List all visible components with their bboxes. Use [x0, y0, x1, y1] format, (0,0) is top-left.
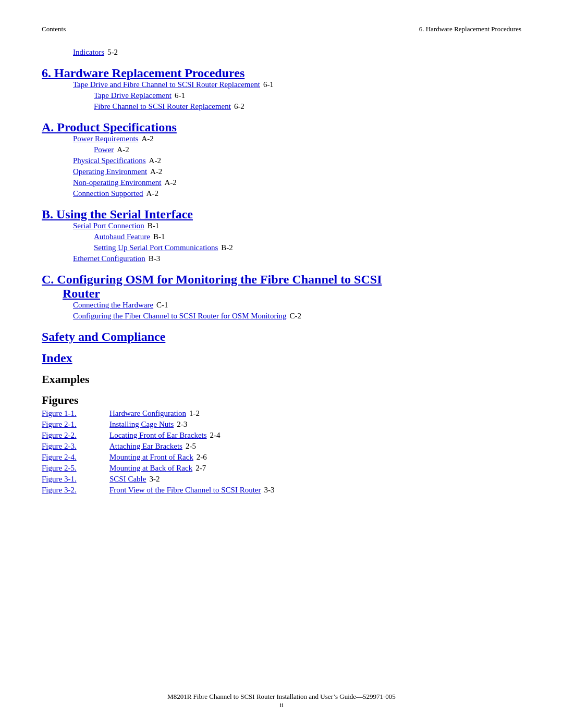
sB-item4: Ethernet Configuration B-3: [42, 254, 521, 263]
section6-heading-link[interactable]: 6. Hardware Replacement Procedures: [42, 66, 244, 80]
figure-page-2: 2-4: [210, 431, 221, 440]
header: Contents 6. Hardware Replacement Procedu…: [42, 25, 521, 33]
sA-item2-link[interactable]: Power: [94, 145, 114, 154]
index-heading-link[interactable]: Index: [42, 351, 72, 365]
figure-row-0: Figure 1-1.Hardware Configuration1-2: [42, 409, 521, 418]
sC-item1-link[interactable]: Connecting the Hardware: [73, 301, 153, 310]
figure-page-7: 3-3: [264, 486, 274, 495]
sA-item4: Operating Environment A-2: [42, 167, 521, 176]
sA-item1-link[interactable]: Power Requirements: [73, 134, 138, 143]
footer-text: M8201R Fibre Channel to SCSI Router Inst…: [167, 693, 396, 700]
footer: M8201R Fibre Channel to SCSI Router Inst…: [0, 693, 563, 709]
figure-label-2[interactable]: Figure 2-2.: [42, 431, 109, 440]
sectionB-heading-link[interactable]: B. Using the Serial Interface: [42, 207, 193, 221]
sectionC-heading: C. Configuring OSM for Monitoring the Fi…: [42, 273, 521, 301]
sectionC-line2: Router: [42, 287, 100, 300]
figure-title-4[interactable]: Mounting at Front of Rack: [109, 453, 193, 462]
section6-heading: 6. Hardware Replacement Procedures: [42, 66, 521, 80]
sA-item3-link[interactable]: Physical Specifications: [73, 156, 146, 165]
examples-heading: Examples: [42, 373, 521, 386]
figure-label-5[interactable]: Figure 2-5.: [42, 464, 109, 473]
figure-page-0: 1-2: [189, 409, 200, 418]
sA-item4-link[interactable]: Operating Environment: [73, 167, 147, 176]
figure-title-3[interactable]: Attaching Ear Brackets: [109, 442, 182, 451]
figures-heading: Figures: [42, 393, 521, 407]
sB-item1-link[interactable]: Serial Port Connection: [73, 221, 144, 230]
sectionC-heading-link[interactable]: C. Configuring OSM for Monitoring the Fi…: [42, 273, 382, 300]
examples-heading-text: Examples: [42, 373, 90, 386]
figure-label-7[interactable]: Figure 3-2.: [42, 486, 109, 495]
sB-item2: Autobaud Feature B-1: [42, 232, 521, 241]
figure-row-1: Figure 2-1.Installing Cage Nuts2-3: [42, 420, 521, 429]
sA-item2: Power A-2: [42, 145, 521, 154]
sectionA-heading: A. Product Specifications: [42, 120, 521, 134]
sB-item2-link[interactable]: Autobaud Feature: [94, 232, 150, 241]
indicators-line: Indicators 5-2: [42, 48, 521, 57]
figure-label-4[interactable]: Figure 2-4.: [42, 453, 109, 462]
figure-title-0[interactable]: Hardware Configuration: [109, 409, 186, 418]
figures-heading-text: Figures: [42, 393, 78, 406]
sA-item5-link[interactable]: Non-operating Environment: [73, 178, 162, 187]
figure-label-0[interactable]: Figure 1-1.: [42, 409, 109, 418]
header-right: 6. Hardware Replacement Procedures: [419, 25, 521, 33]
sectionA-heading-link[interactable]: A. Product Specifications: [42, 120, 177, 134]
sB-item3-link[interactable]: Setting Up Serial Port Communications: [94, 243, 218, 252]
s6-item3-link[interactable]: Fibre Channel to SCSI Router Replacement: [94, 102, 231, 111]
figure-page-4: 2-6: [197, 453, 207, 462]
sB-item3: Setting Up Serial Port Communications B-…: [42, 243, 521, 252]
figure-row-3: Figure 2-3.Attaching Ear Brackets2-5: [42, 442, 521, 451]
sA-item6: Connection Supported A-2: [42, 189, 521, 198]
s6-item3: Fibre Channel to SCSI Router Replacement…: [42, 102, 521, 111]
sC-item2-link[interactable]: Configuring the Fiber Channel to SCSI Ro…: [73, 312, 287, 320]
sB-item4-link[interactable]: Ethernet Configuration: [73, 254, 145, 263]
s6-item2-link[interactable]: Tape Drive Replacement: [94, 91, 172, 100]
figure-page-5: 2-7: [195, 464, 206, 473]
sC-item2: Configuring the Fiber Channel to SCSI Ro…: [42, 312, 521, 320]
figures-table: Figure 1-1.Hardware Configuration1-2Figu…: [42, 409, 521, 495]
figure-page-1: 2-3: [177, 420, 187, 429]
indicators-page: 5-2: [107, 48, 118, 57]
s6-item1: Tape Drive and Fibre Channel to SCSI Rou…: [42, 80, 521, 89]
figure-title-6[interactable]: SCSI Cable: [109, 475, 146, 484]
figure-page-6: 3-2: [149, 475, 160, 484]
figure-label-6[interactable]: Figure 3-1.: [42, 475, 109, 484]
figure-row-4: Figure 2-4.Mounting at Front of Rack2-6: [42, 453, 521, 462]
sB-item1: Serial Port Connection B-1: [42, 221, 521, 230]
figure-row-6: Figure 3-1.SCSI Cable3-2: [42, 475, 521, 484]
indicators-link[interactable]: Indicators: [73, 48, 104, 57]
s6-item2: Tape Drive Replacement 6-1: [42, 91, 521, 100]
sA-item1: Power Requirements A-2: [42, 134, 521, 143]
figure-row-5: Figure 2-5.Mounting at Back of Rack2-7: [42, 464, 521, 473]
figure-title-1[interactable]: Installing Cage Nuts: [109, 420, 174, 429]
safety-heading-link[interactable]: Safety and Compliance: [42, 330, 165, 343]
sA-item6-link[interactable]: Connection Supported: [73, 189, 143, 198]
figure-title-7[interactable]: Front View of the Fibre Channel to SCSI …: [109, 486, 261, 495]
footer-page: ii: [279, 701, 283, 709]
sA-item3: Physical Specifications A-2: [42, 156, 521, 165]
page: Contents 6. Hardware Replacement Procedu…: [0, 0, 563, 728]
safety-heading: Safety and Compliance: [42, 330, 521, 344]
sectionC-line1: C. Configuring OSM for Monitoring the Fi…: [42, 273, 382, 286]
figure-page-3: 2-5: [186, 442, 196, 451]
header-left: Contents: [42, 25, 66, 33]
figure-row-7: Figure 3-2.Front View of the Fibre Chann…: [42, 486, 521, 495]
s6-item1-link[interactable]: Tape Drive and Fibre Channel to SCSI Rou…: [73, 80, 260, 89]
figure-row-2: Figure 2-2.Locating Front of Ear Bracket…: [42, 431, 521, 440]
sC-item1: Connecting the Hardware C-1: [42, 301, 521, 310]
figure-title-2[interactable]: Locating Front of Ear Brackets: [109, 431, 207, 440]
figure-label-1[interactable]: Figure 2-1.: [42, 420, 109, 429]
figure-title-5[interactable]: Mounting at Back of Rack: [109, 464, 192, 473]
sectionB-heading: B. Using the Serial Interface: [42, 207, 521, 221]
figure-label-3[interactable]: Figure 2-3.: [42, 442, 109, 451]
index-heading: Index: [42, 351, 521, 365]
sA-item5: Non-operating Environment A-2: [42, 178, 521, 187]
